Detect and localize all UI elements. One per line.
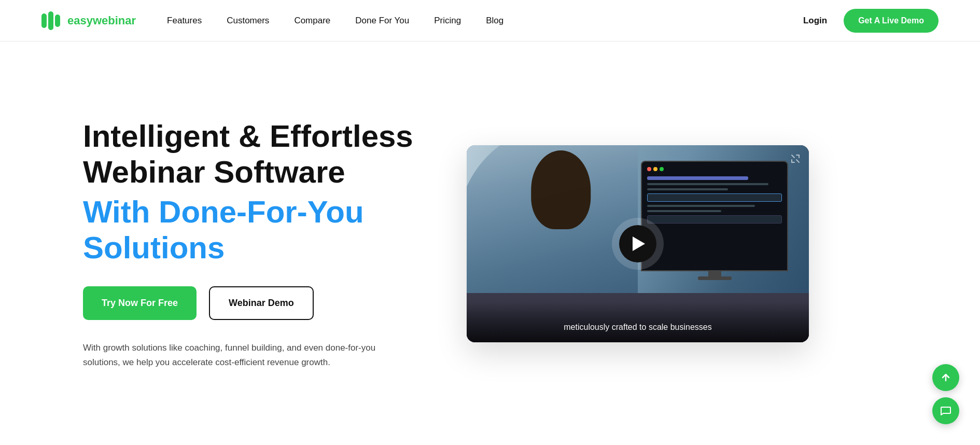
svg-rect-2	[55, 15, 60, 27]
hero-section: Intelligent & Effortless Webinar Softwar…	[0, 41, 980, 436]
login-link[interactable]: Login	[803, 16, 827, 26]
hero-description: With growth solutions like coaching, fun…	[83, 341, 384, 369]
chat-button[interactable]	[932, 397, 959, 424]
svg-rect-0	[41, 13, 47, 28]
arrow-up-icon	[940, 372, 951, 383]
hero-video-area: meticulously crafted to scale businesses	[467, 145, 809, 342]
hero-content: Intelligent & Effortless Webinar Softwar…	[83, 118, 436, 369]
expand-icon[interactable]	[788, 151, 803, 166]
hero-buttons: Try Now For Free Webinar Demo	[83, 286, 436, 320]
get-live-demo-button[interactable]: Get A Live Demo	[844, 9, 939, 33]
video-container[interactable]: meticulously crafted to scale businesses	[467, 145, 809, 342]
svg-rect-1	[48, 11, 53, 30]
play-button-outer	[612, 218, 664, 270]
nav-compare[interactable]: Compare	[294, 16, 330, 26]
hero-headline: Intelligent & Effortless Webinar Softwar…	[83, 118, 436, 190]
play-icon	[633, 237, 645, 251]
logo-icon	[41, 11, 63, 30]
play-button-inner	[619, 225, 656, 262]
logo-text: easywebinar	[67, 14, 136, 27]
chat-icon	[940, 405, 951, 416]
nav-pricing[interactable]: Pricing	[434, 16, 461, 26]
logo[interactable]: easywebinar	[41, 11, 136, 30]
nav-done-for-you[interactable]: Done For You	[355, 16, 409, 26]
nav-customers[interactable]: Customers	[227, 16, 269, 26]
video-play-button[interactable]	[612, 218, 664, 270]
nav-features[interactable]: Features	[167, 16, 202, 26]
nav-right: Login Get A Live Demo	[803, 9, 939, 33]
video-caption: meticulously crafted to scale businesses	[467, 302, 809, 342]
navbar: easywebinar Features Customers Compare D…	[0, 0, 980, 41]
nav-links: Features Customers Compare Done For You …	[167, 16, 803, 26]
fab-container	[932, 364, 959, 424]
nav-blog[interactable]: Blog	[486, 16, 503, 26]
video-thumbnail: meticulously crafted to scale businesses	[467, 145, 809, 342]
try-now-button[interactable]: Try Now For Free	[83, 286, 197, 320]
webinar-demo-button[interactable]: Webinar Demo	[209, 286, 314, 320]
scroll-top-button[interactable]	[932, 364, 959, 391]
hero-headline-blue: With Done-For-You Solutions	[83, 194, 436, 266]
